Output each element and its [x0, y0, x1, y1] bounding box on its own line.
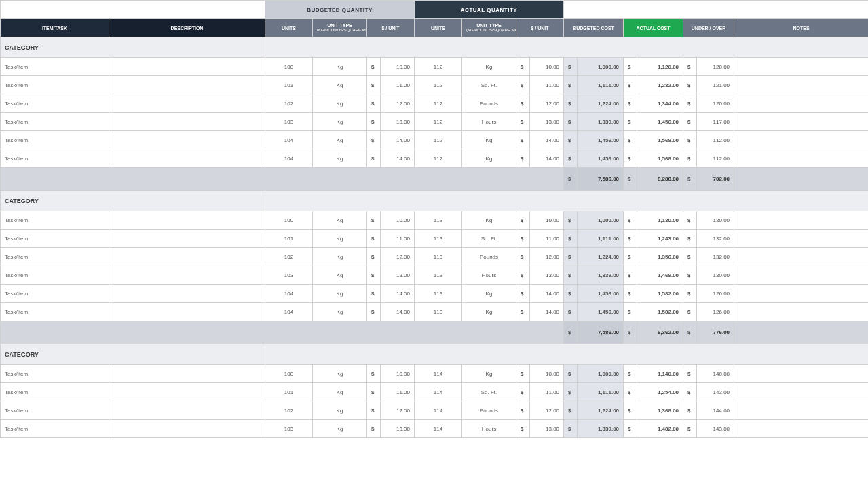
cell-a-units[interactable]: 114 — [415, 420, 462, 438]
cell-description[interactable] — [109, 149, 265, 168]
cell-b-units[interactable]: 103 — [265, 266, 313, 285]
cell-item[interactable]: Task/Item — [1, 76, 109, 94]
cell-a-units[interactable]: 112 — [415, 131, 462, 149]
cell-b-unit[interactable]: 11.00 — [381, 230, 415, 248]
cell-b-units[interactable]: 104 — [265, 303, 313, 321]
cell-a-units[interactable]: 112 — [415, 149, 462, 168]
cell-a-type[interactable]: Kg — [462, 365, 516, 383]
cell-b-unit[interactable]: 13.00 — [381, 266, 415, 285]
cell-item[interactable]: Task/Item — [1, 420, 109, 438]
cell-b-units[interactable]: 102 — [265, 401, 313, 420]
cell-notes[interactable] — [734, 365, 868, 383]
cell-a-type[interactable]: Hours — [462, 420, 516, 438]
cell-b-type[interactable]: Kg — [313, 149, 367, 168]
cell-a-units[interactable]: 112 — [415, 76, 462, 94]
cell-b-units[interactable]: 103 — [265, 420, 313, 438]
cell-a-type[interactable]: Kg — [462, 285, 516, 303]
cell-a-unit[interactable]: 10.00 — [530, 58, 564, 76]
cell-a-type[interactable]: Kg — [462, 149, 516, 168]
cell-b-type[interactable]: Kg — [313, 58, 367, 76]
cell-notes[interactable] — [734, 149, 868, 168]
cell-description[interactable] — [109, 248, 265, 266]
cell-b-type[interactable]: Kg — [313, 131, 367, 149]
cell-description[interactable] — [109, 285, 265, 303]
cell-notes[interactable] — [734, 58, 868, 76]
cell-a-units[interactable]: 114 — [415, 401, 462, 420]
cell-notes[interactable] — [734, 401, 868, 420]
cell-a-unit[interactable]: 14.00 — [530, 149, 564, 168]
cell-description[interactable] — [109, 94, 265, 113]
cell-item[interactable]: Task/Item — [1, 365, 109, 383]
cell-b-units[interactable]: 100 — [265, 365, 313, 383]
cell-a-type[interactable]: Sq. Ft. — [462, 383, 516, 401]
cell-b-unit[interactable]: 10.00 — [381, 211, 415, 230]
cell-a-unit[interactable]: 13.00 — [530, 420, 564, 438]
cell-b-unit[interactable]: 14.00 — [381, 303, 415, 321]
cell-notes[interactable] — [734, 230, 868, 248]
cell-a-units[interactable]: 112 — [415, 113, 462, 131]
cell-b-unit[interactable]: 11.00 — [381, 383, 415, 401]
cell-item[interactable]: Task/Item — [1, 401, 109, 420]
cell-b-type[interactable]: Kg — [313, 285, 367, 303]
cell-b-unit[interactable]: 14.00 — [381, 131, 415, 149]
cell-a-unit[interactable]: 12.00 — [530, 248, 564, 266]
cell-item[interactable]: Task/Item — [1, 58, 109, 76]
cell-a-type[interactable]: Kg — [462, 303, 516, 321]
cell-a-units[interactable]: 114 — [415, 383, 462, 401]
cell-description[interactable] — [109, 58, 265, 76]
cell-a-type[interactable]: Sq. Ft. — [462, 230, 516, 248]
cell-a-type[interactable]: Pounds — [462, 94, 516, 113]
cell-notes[interactable] — [734, 94, 868, 113]
cell-b-unit[interactable]: 13.00 — [381, 113, 415, 131]
cell-item[interactable]: Task/Item — [1, 211, 109, 230]
cell-description[interactable] — [109, 113, 265, 131]
cell-a-unit[interactable]: 11.00 — [530, 76, 564, 94]
cell-description[interactable] — [109, 303, 265, 321]
cell-item[interactable]: Task/Item — [1, 383, 109, 401]
cell-a-unit[interactable]: 11.00 — [530, 383, 564, 401]
cell-b-type[interactable]: Kg — [313, 365, 367, 383]
cell-a-unit[interactable]: 14.00 — [530, 303, 564, 321]
cell-b-unit[interactable]: 11.00 — [381, 76, 415, 94]
cell-a-unit[interactable]: 14.00 — [530, 285, 564, 303]
cell-a-units[interactable]: 113 — [415, 230, 462, 248]
cell-a-unit[interactable]: 14.00 — [530, 131, 564, 149]
cell-b-units[interactable]: 100 — [265, 58, 313, 76]
cell-item[interactable]: Task/Item — [1, 248, 109, 266]
cell-a-unit[interactable]: 11.00 — [530, 230, 564, 248]
cell-b-type[interactable]: Kg — [313, 94, 367, 113]
cell-a-unit[interactable]: 10.00 — [530, 211, 564, 230]
cell-b-type[interactable]: Kg — [313, 401, 367, 420]
cell-notes[interactable] — [734, 420, 868, 438]
cell-item[interactable]: Task/Item — [1, 113, 109, 131]
cell-a-unit[interactable]: 12.00 — [530, 401, 564, 420]
cell-a-unit[interactable]: 13.00 — [530, 266, 564, 285]
cell-b-units[interactable]: 103 — [265, 113, 313, 131]
cell-b-unit[interactable]: 12.00 — [381, 94, 415, 113]
cell-b-units[interactable]: 100 — [265, 211, 313, 230]
cell-description[interactable] — [109, 365, 265, 383]
cell-notes[interactable] — [734, 76, 868, 94]
cell-b-type[interactable]: Kg — [313, 266, 367, 285]
cell-b-units[interactable]: 104 — [265, 131, 313, 149]
cell-b-units[interactable]: 101 — [265, 383, 313, 401]
cell-a-units[interactable]: 113 — [415, 211, 462, 230]
cell-a-type[interactable]: Pounds — [462, 248, 516, 266]
cell-a-units[interactable]: 113 — [415, 303, 462, 321]
cell-a-type[interactable]: Kg — [462, 58, 516, 76]
cell-notes[interactable] — [734, 248, 868, 266]
cell-item[interactable]: Task/Item — [1, 303, 109, 321]
cell-b-unit[interactable]: 14.00 — [381, 285, 415, 303]
cell-b-unit[interactable]: 10.00 — [381, 58, 415, 76]
cell-b-units[interactable]: 101 — [265, 230, 313, 248]
cell-b-units[interactable]: 102 — [265, 94, 313, 113]
cell-b-type[interactable]: Kg — [313, 211, 367, 230]
cell-b-type[interactable]: Kg — [313, 230, 367, 248]
cell-notes[interactable] — [734, 131, 868, 149]
cell-a-units[interactable]: 112 — [415, 58, 462, 76]
cell-b-units[interactable]: 104 — [265, 285, 313, 303]
cell-description[interactable] — [109, 401, 265, 420]
cell-a-units[interactable]: 113 — [415, 248, 462, 266]
cell-b-unit[interactable]: 13.00 — [381, 420, 415, 438]
cell-b-units[interactable]: 101 — [265, 76, 313, 94]
